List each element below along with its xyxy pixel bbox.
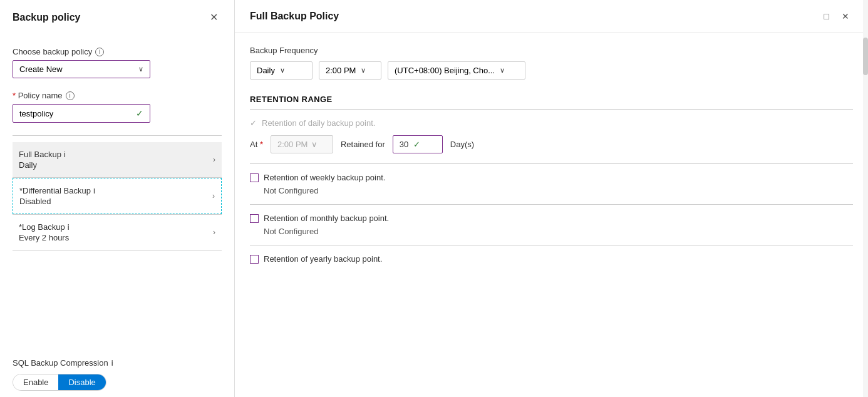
- weekly-checkbox[interactable]: [250, 173, 259, 182]
- scrollbar-thumb[interactable]: [863, 38, 868, 75]
- frequency-timezone-dropdown[interactable]: (UTC+08:00) Beijing, Cho... ∨: [388, 61, 525, 80]
- log-backup-section[interactable]: *Log Backup i Every 2 hours ›: [13, 215, 222, 250]
- check-icon: ✓: [136, 108, 143, 118]
- retained-for-label: Retained for: [341, 140, 385, 149]
- day-label: Day(s): [450, 140, 474, 149]
- weekly-divider: [250, 163, 853, 164]
- retained-input: 30 ✓: [393, 135, 443, 153]
- monthly-checkbox-row: Retention of monthly backup point.: [250, 214, 853, 223]
- differential-backup-title: *Differential Backup i: [19, 186, 212, 195]
- freq-timezone-chevron-icon: ∨: [500, 66, 505, 75]
- minimize-button[interactable]: □: [820, 10, 833, 23]
- right-close-button[interactable]: ✕: [838, 10, 853, 23]
- at-row: At * 2:00 PM ∨ Retained for 30 ✓ Day(s): [250, 135, 853, 153]
- yearly-checkbox[interactable]: [250, 255, 259, 264]
- scrollbar-track: [863, 0, 868, 397]
- left-close-button[interactable]: ✕: [206, 10, 222, 24]
- at-label: At *: [250, 140, 263, 149]
- monthly-not-configured: Not Configured: [264, 227, 853, 236]
- full-backup-chevron-icon: ›: [213, 155, 215, 164]
- minimize-icon: □: [824, 11, 829, 21]
- divider-1: [13, 135, 222, 136]
- left-panel: Backup policy ✕ Choose backup policy i C…: [0, 0, 235, 397]
- left-content: Choose backup policy i Create New ∨ * Po…: [0, 34, 234, 348]
- left-panel-title: Backup policy: [13, 12, 80, 23]
- choose-policy-dropdown[interactable]: Create New ∨: [13, 60, 150, 78]
- retention-range-header: RETENTION RANGE: [250, 95, 853, 104]
- compression-info-icon[interactable]: i: [111, 358, 113, 368]
- divider-4: [13, 250, 222, 250]
- monthly-checkbox[interactable]: [250, 214, 259, 223]
- monthly-divider: [250, 204, 853, 205]
- retention-divider: [250, 109, 853, 110]
- log-backup-info-icon[interactable]: i: [68, 222, 70, 232]
- policy-name-label: * Policy name i: [13, 91, 222, 100]
- backup-sections: Full Backup i Daily › *Differential Back…: [13, 142, 222, 250]
- close-icon: ✕: [210, 12, 218, 23]
- log-backup-chevron-icon: ›: [213, 228, 215, 237]
- full-backup-title: Full Backup i: [19, 150, 213, 159]
- weekly-not-configured: Not Configured: [264, 186, 853, 195]
- frequency-daily-dropdown[interactable]: Daily ∨: [250, 61, 313, 80]
- yearly-divider: [250, 245, 853, 245]
- policy-name-field[interactable]: [19, 109, 136, 118]
- at-time-chevron-icon: ∨: [311, 140, 318, 149]
- freq-daily-chevron-icon: ∨: [280, 66, 285, 75]
- full-backup-section[interactable]: Full Backup i Daily ›: [13, 142, 222, 177]
- log-backup-title: *Log Backup i: [19, 222, 213, 232]
- daily-check-icon: ✓: [250, 118, 257, 128]
- full-backup-info-icon[interactable]: i: [64, 150, 66, 159]
- compression-label: SQL Backup Compression i: [13, 358, 222, 368]
- right-panel-title: Full Backup Policy: [250, 11, 339, 22]
- backup-frequency-label: Backup Frequency: [250, 46, 853, 55]
- freq-time-chevron-icon: ∨: [361, 66, 366, 75]
- compression-section: SQL Backup Compression i Enable Disable: [0, 348, 234, 397]
- chevron-down-icon: ∨: [138, 65, 143, 73]
- disable-button[interactable]: Disable: [58, 374, 105, 390]
- frequency-row: Daily ∨ 2:00 PM ∨ (UTC+08:00) Beijing, C…: [250, 61, 853, 80]
- full-backup-value: Daily: [19, 160, 213, 170]
- differential-backup-section[interactable]: *Differential Backup i Disabled ›: [13, 178, 222, 214]
- daily-retention-label: Retention of daily backup point.: [262, 118, 375, 128]
- choose-policy-info-icon[interactable]: i: [95, 48, 104, 56]
- retained-check-icon: ✓: [413, 140, 420, 149]
- monthly-retention-label: Retention of monthly backup point.: [264, 214, 389, 223]
- right-header: Full Backup Policy □ ✕: [235, 0, 868, 33]
- log-backup-value: Every 2 hours: [19, 233, 213, 242]
- right-panel: Full Backup Policy □ ✕ Backup Frequency …: [235, 0, 868, 397]
- differential-backup-chevron-icon: ›: [212, 192, 215, 200]
- weekly-retention-label: Retention of weekly backup point.: [264, 173, 385, 182]
- choose-policy-label: Choose backup policy i: [13, 47, 222, 56]
- right-header-actions: □ ✕: [820, 10, 853, 23]
- left-header: Backup policy ✕: [0, 0, 234, 34]
- differential-backup-value: Disabled: [19, 197, 212, 206]
- policy-name-input-wrapper: ✓: [13, 104, 150, 123]
- frequency-time-dropdown[interactable]: 2:00 PM ∨: [319, 61, 381, 80]
- differential-backup-info-icon[interactable]: i: [93, 186, 95, 195]
- weekly-checkbox-row: Retention of weekly backup point.: [250, 173, 853, 182]
- yearly-retention-label: Retention of yearly backup point.: [264, 254, 382, 264]
- daily-retention-check-row: ✓ Retention of daily backup point.: [250, 118, 853, 128]
- policy-name-info-icon[interactable]: i: [66, 91, 75, 100]
- compression-toggle-group: Enable Disable: [13, 374, 106, 391]
- at-time-dropdown[interactable]: 2:00 PM ∨: [271, 135, 333, 153]
- right-content: Backup Frequency Daily ∨ 2:00 PM ∨ (UTC+…: [235, 33, 868, 397]
- yearly-checkbox-row: Retention of yearly backup point.: [250, 254, 853, 264]
- enable-button[interactable]: Enable: [13, 374, 58, 390]
- window-close-icon: ✕: [842, 11, 849, 21]
